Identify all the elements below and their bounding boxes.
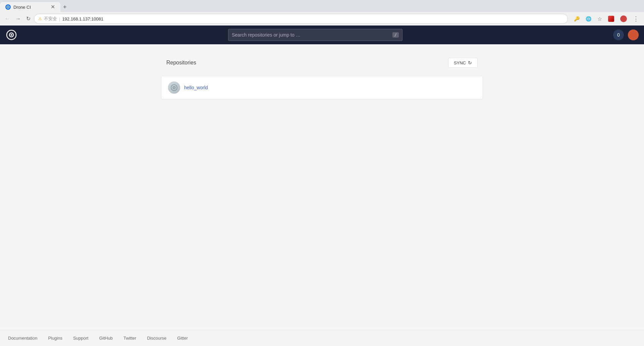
app: Search repositories or jump to … / 0 Rep… — [0, 26, 644, 346]
back-button[interactable]: ← — [3, 15, 12, 23]
repos-header: Repositories SYNC ↻ — [161, 58, 483, 68]
svg-point-1 — [8, 7, 9, 8]
repos-title: Repositories — [166, 60, 196, 66]
url-display: 192.168.1.137:10081 — [62, 16, 564, 21]
browser-tab-active[interactable]: Drone CI ✕ — [0, 2, 60, 12]
security-label: 不安全 — [44, 16, 57, 22]
main-content: Repositories SYNC ↻ hello_world — [161, 44, 483, 330]
notification-badge[interactable]: 0 — [613, 30, 624, 40]
repo-avatar — [168, 82, 180, 94]
browser-controls: ← → ↻ ⚠ 不安全 | 192.168.1.137:10081 🔑 🌐 ☆ … — [0, 12, 644, 26]
svg-point-4 — [11, 34, 12, 36]
drone-logo[interactable] — [5, 29, 17, 41]
browser-actions: 🔑 🌐 ☆ ⋮ — [572, 14, 641, 23]
notification-count: 0 — [617, 32, 620, 38]
repo-item[interactable]: hello_world — [161, 76, 483, 99]
separator: | — [59, 16, 60, 21]
footer-link-github[interactable]: GitHub — [99, 336, 113, 341]
footer-link-support[interactable]: Support — [73, 336, 89, 341]
repo-avatar-inner — [168, 82, 180, 94]
profile-button[interactable] — [618, 15, 629, 23]
footer-link-documentation[interactable]: Documentation — [8, 336, 37, 341]
search-placeholder: Search repositories or jump to … — [232, 32, 390, 38]
address-bar[interactable]: ⚠ 不安全 | 192.168.1.137:10081 — [34, 14, 568, 24]
search-box[interactable]: Search repositories or jump to … / — [228, 29, 402, 41]
search-shortcut: / — [392, 32, 399, 38]
repo-list: hello_world — [161, 76, 483, 99]
footer-link-plugins[interactable]: Plugins — [48, 336, 62, 341]
sync-label: SYNC — [454, 60, 466, 65]
new-tab-button[interactable]: + — [60, 2, 69, 12]
reload-button[interactable]: ↻ — [24, 15, 33, 23]
footer-link-discourse[interactable]: Discourse — [147, 336, 166, 341]
browser-chrome: Drone CI ✕ + ← → ↻ ⚠ 不安全 | 192.168.1.137… — [0, 0, 644, 26]
tab-close-button[interactable]: ✕ — [51, 4, 55, 10]
bookmark-button[interactable]: ☆ — [595, 15, 604, 23]
repo-name: hello_world — [184, 85, 208, 90]
footer-link-gitter[interactable]: Gitter — [177, 336, 188, 341]
tab-favicon — [5, 4, 11, 10]
sync-icon: ↻ — [468, 60, 472, 65]
footer-link-twitter[interactable]: Twitter — [123, 336, 136, 341]
translate-button[interactable]: 🌐 — [584, 15, 593, 22]
forward-button[interactable]: → — [13, 15, 23, 23]
search-container: Search repositories or jump to … / — [23, 29, 608, 41]
extension1-button[interactable] — [606, 15, 616, 22]
sync-button[interactable]: SYNC ↻ — [448, 58, 478, 68]
tab-title: Drone CI — [13, 5, 31, 10]
menu-button[interactable]: ⋮ — [631, 14, 641, 23]
footer: DocumentationPluginsSupportGitHubTwitter… — [0, 330, 644, 346]
security-icon: ⚠ — [38, 16, 42, 21]
top-nav: Search repositories or jump to … / 0 — [0, 26, 644, 44]
nav-right: 0 — [613, 30, 639, 40]
user-avatar[interactable] — [628, 30, 639, 40]
svg-point-7 — [174, 87, 175, 88]
password-manager-button[interactable]: 🔑 — [572, 15, 582, 22]
